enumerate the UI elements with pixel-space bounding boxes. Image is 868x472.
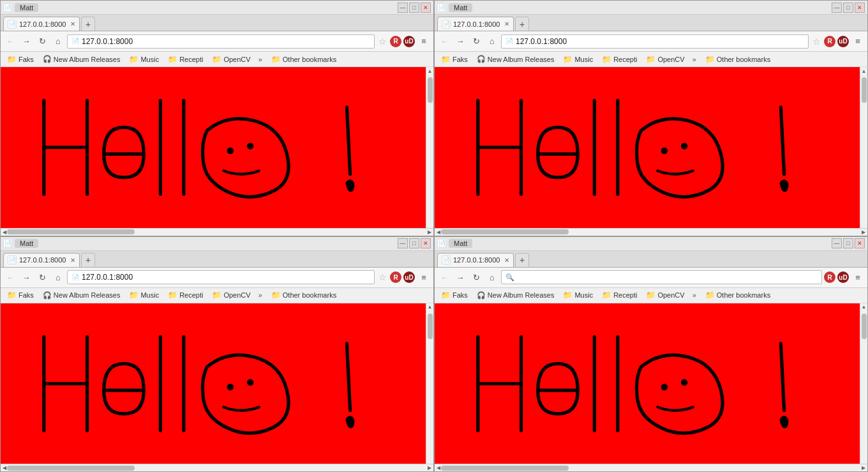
star-btn-1[interactable]: ☆ <box>377 36 388 47</box>
bookmark-faks-2[interactable]: 📁 Faks <box>437 54 472 65</box>
maximize-btn-3[interactable]: □ <box>409 238 419 248</box>
bookmarks-other-1[interactable]: 📁 Other bookmarks <box>267 54 340 65</box>
bookmarks-more-2[interactable]: » <box>690 54 699 65</box>
bookmark-music-4[interactable]: 📁 Music <box>559 289 597 301</box>
bookmark-recepti-3[interactable]: 📁 Recepti <box>164 289 207 301</box>
close-btn-1[interactable]: ✕ <box>421 3 431 13</box>
back-btn-3[interactable]: ← <box>3 270 17 284</box>
star-btn-2[interactable]: ☆ <box>811 36 822 47</box>
bookmark-faks-4[interactable]: 📁 Faks <box>437 289 472 301</box>
address-bar-2[interactable]: 📄 127.0.0.1:8000 <box>501 34 809 49</box>
bookmarks-other-3[interactable]: 📁 Other bookmarks <box>267 289 340 301</box>
tab-close-1[interactable]: ✕ <box>70 20 75 27</box>
ext-red-3[interactable]: R <box>390 271 401 283</box>
tab-2[interactable]: 📄 127.0.0.1:8000 ✕ <box>437 17 514 31</box>
bookmarks-more-1[interactable]: » <box>256 54 265 65</box>
v-scroll-thumb-1[interactable] <box>428 77 433 103</box>
new-tab-btn-3[interactable]: + <box>81 253 95 267</box>
tab-4[interactable]: 📄 127.0.0.1:8000 ✕ <box>437 253 514 267</box>
bookmark-opencv-2[interactable]: 📁 OpenCV <box>642 54 688 65</box>
menu-btn-1[interactable]: ≡ <box>417 34 431 49</box>
maximize-btn-4[interactable]: □ <box>843 238 853 248</box>
address-bar-3[interactable]: 📄 127.0.0.1:8000 <box>67 270 375 284</box>
tab-close-2[interactable]: ✕ <box>504 20 509 27</box>
h-scroll-right-3[interactable]: ▶ <box>426 464 433 472</box>
ext-shield-2[interactable]: uD <box>837 36 849 47</box>
minimize-btn-3[interactable]: — <box>398 238 408 248</box>
menu-btn-2[interactable]: ≡ <box>851 34 865 49</box>
ext-shield-4[interactable]: uD <box>837 271 849 283</box>
bookmark-music-3[interactable]: 📁 Music <box>125 289 163 301</box>
tab-close-3[interactable]: ✕ <box>70 257 75 264</box>
minimize-btn-4[interactable]: — <box>832 238 842 248</box>
ext-shield-1[interactable]: uD <box>403 36 415 47</box>
bookmarks-more-4[interactable]: » <box>690 290 699 300</box>
close-btn-3[interactable]: ✕ <box>421 238 431 248</box>
bookmark-album-3[interactable]: 🎧 New Album Releases <box>39 290 124 301</box>
bookmark-faks-1[interactable]: 📁 Faks <box>3 54 38 65</box>
h-scroll-thumb-3[interactable] <box>7 466 135 471</box>
forward-btn-2[interactable]: → <box>453 34 467 49</box>
bookmark-recepti-4[interactable]: 📁 Recepti <box>598 289 641 301</box>
ext-red-4[interactable]: R <box>824 271 835 283</box>
bookmark-music-1[interactable]: 📁 Music <box>125 54 163 65</box>
bookmark-opencv-1[interactable]: 📁 OpenCV <box>208 54 254 65</box>
bookmark-recepti-1[interactable]: 📁 Recepti <box>164 54 207 65</box>
v-scroll-thumb-3[interactable] <box>428 314 433 339</box>
forward-btn-1[interactable]: → <box>19 34 33 49</box>
ext-red-1[interactable]: R <box>390 36 401 47</box>
reload-btn-3[interactable]: ↻ <box>35 270 49 284</box>
back-btn-2[interactable]: ← <box>437 34 451 49</box>
minimize-btn-1[interactable]: — <box>398 3 408 13</box>
h-scroll-right-1[interactable]: ▶ <box>426 228 433 236</box>
v-scroll-up-1[interactable]: ▲ <box>426 67 434 75</box>
v-scroll-thumb-2[interactable] <box>862 77 867 103</box>
h-scroll-thumb-4[interactable] <box>441 466 569 471</box>
new-tab-btn-4[interactable]: + <box>515 253 529 267</box>
star-btn-3[interactable]: ☆ <box>377 271 388 283</box>
home-btn-2[interactable]: ⌂ <box>485 34 499 49</box>
address-bar-1[interactable]: 📄 127.0.0.1:8000 <box>67 34 375 49</box>
maximize-btn-2[interactable]: □ <box>843 3 853 13</box>
bookmark-music-2[interactable]: 📁 Music <box>559 54 597 65</box>
v-scroll-thumb-4[interactable] <box>862 314 867 339</box>
reload-btn-1[interactable]: ↻ <box>35 34 49 49</box>
menu-btn-3[interactable]: ≡ <box>417 270 431 284</box>
bookmark-album-1[interactable]: 🎧 New Album Releases <box>39 54 124 65</box>
minimize-btn-2[interactable]: — <box>832 3 842 13</box>
bookmark-recepti-2[interactable]: 📁 Recepti <box>598 54 641 65</box>
new-tab-btn-2[interactable]: + <box>515 17 529 31</box>
new-tab-btn-1[interactable]: + <box>81 17 95 31</box>
back-btn-4[interactable]: ← <box>437 270 451 284</box>
bookmarks-other-2[interactable]: 📁 Other bookmarks <box>701 54 774 65</box>
h-scroll-right-4[interactable]: ▶ <box>860 464 867 472</box>
bookmarks-more-3[interactable]: » <box>256 290 265 300</box>
v-scroll-up-2[interactable]: ▲ <box>860 67 868 75</box>
v-scroll-up-3[interactable]: ▲ <box>426 303 434 311</box>
reload-btn-4[interactable]: ↻ <box>469 270 483 284</box>
ext-red-2[interactable]: R <box>824 36 835 47</box>
h-scroll-right-2[interactable]: ▶ <box>860 228 867 236</box>
bookmark-opencv-4[interactable]: 📁 OpenCV <box>642 289 688 301</box>
tab-1[interactable]: 📄 127.0.0.1:8000 ✕ <box>3 17 80 31</box>
forward-btn-3[interactable]: → <box>19 270 33 284</box>
bookmarks-other-4[interactable]: 📁 Other bookmarks <box>701 289 774 301</box>
h-scroll-thumb-2[interactable] <box>441 229 569 234</box>
bookmark-opencv-3[interactable]: 📁 OpenCV <box>208 289 254 301</box>
v-scroll-up-4[interactable]: ▲ <box>860 303 868 311</box>
tab-close-4[interactable]: ✕ <box>504 257 509 264</box>
reload-btn-2[interactable]: ↻ <box>469 34 483 49</box>
close-btn-2[interactable]: ✕ <box>855 3 865 13</box>
tab-3[interactable]: 📄 127.0.0.1:8000 ✕ <box>3 253 80 267</box>
menu-btn-4[interactable]: ≡ <box>851 270 865 284</box>
home-btn-3[interactable]: ⌂ <box>51 270 65 284</box>
home-btn-1[interactable]: ⌂ <box>51 34 65 49</box>
search-bar-4[interactable]: 🔍 <box>501 270 822 284</box>
h-scroll-thumb-1[interactable] <box>7 229 135 234</box>
close-btn-4[interactable]: ✕ <box>855 238 865 248</box>
bookmark-album-4[interactable]: 🎧 New Album Releases <box>473 290 558 301</box>
ext-shield-3[interactable]: uD <box>403 271 415 283</box>
forward-btn-4[interactable]: → <box>453 270 467 284</box>
maximize-btn-1[interactable]: □ <box>409 3 419 13</box>
back-btn-1[interactable]: ← <box>3 34 17 49</box>
